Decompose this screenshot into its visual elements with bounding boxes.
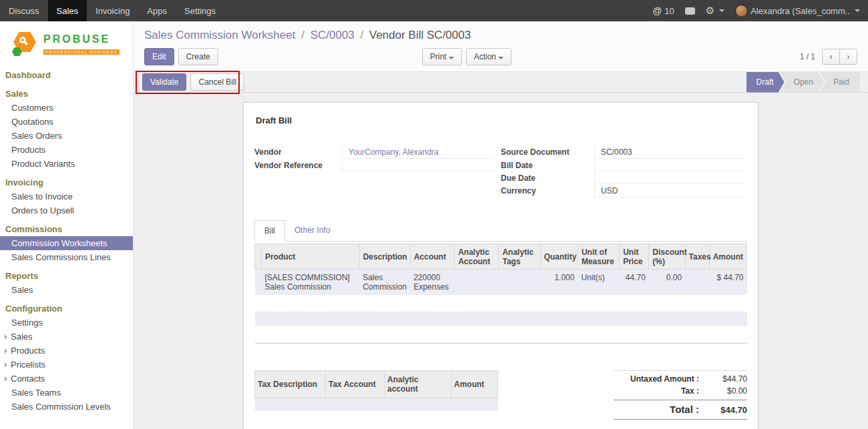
due-date-label: Due Date [501, 171, 594, 184]
cell-description: Sales Commission [359, 270, 410, 296]
pager-prev-button[interactable]: ‹ [822, 49, 840, 65]
statusbar: Validate Cancel Bill Draft Open Paid [134, 71, 868, 93]
sidebar-item-customers[interactable]: Customers [0, 101, 133, 115]
vendor-reference-value [342, 159, 494, 171]
expand-arrow-icon [5, 348, 7, 354]
cell-discount: 0.00 [649, 270, 685, 296]
cell-taxes [685, 270, 709, 296]
page-title: Draft Bill [256, 115, 747, 125]
col-amount: Amount [709, 244, 746, 270]
sidebar-item-config-settings[interactable]: Settings [0, 316, 133, 330]
logo-tagline: PROFESSIONAL BUSINESS [43, 49, 120, 55]
sidebar-item-config-pricelists[interactable]: Pricelists [0, 358, 133, 372]
chevron-down-icon [498, 57, 503, 59]
state-paid[interactable]: Paid [820, 72, 860, 93]
at-icon: @ [653, 5, 662, 16]
sidebar-item-config-contacts[interactable]: Contacts [0, 372, 133, 386]
empty-row [255, 312, 747, 326]
breadcrumb-current: Vendor Bill SC/0003 [369, 29, 471, 41]
breadcrumb-record-link[interactable]: SC/0003 [310, 29, 355, 41]
sidebar-item-dashboard[interactable]: Dashboard [0, 68, 133, 82]
sidebar-item-orders-to-upsell[interactable]: Orders to Upsell [0, 203, 133, 218]
validate-button[interactable]: Validate [142, 73, 186, 91]
pager-next-button[interactable]: › [839, 49, 857, 65]
cell-unit-price: 44.70 [620, 270, 649, 296]
sidebar-item-sales-commission-levels[interactable]: Sales Commission Levels [0, 400, 133, 414]
sidebar-item-reports-sales[interactable]: Sales [0, 283, 133, 297]
chevron-down-icon [855, 9, 860, 12]
col-uom: Unit of Measure [578, 244, 619, 270]
col-taxes: Taxes [685, 244, 709, 270]
col-discount: Discount (%) [649, 244, 685, 270]
tab-bill[interactable]: Bill [254, 220, 285, 242]
create-button[interactable]: Create [178, 48, 218, 65]
sidebar-item-sales-teams[interactable]: Sales Teams [0, 386, 133, 400]
bill-line-row[interactable]: [SALES COMMISSION] Sales Commission Sale… [255, 270, 747, 296]
sidebar-section-configuration[interactable]: Configuration [0, 302, 133, 316]
row-handle-column [255, 244, 262, 270]
breadcrumb-separator: / [301, 29, 304, 41]
vendor-label: Vendor [254, 145, 342, 159]
bill-date-value [594, 159, 747, 171]
vendor-value[interactable]: YourCompany, Alexandra [342, 145, 494, 159]
sidebar-item-config-sales[interactable]: Sales [0, 330, 133, 344]
col-unit-price: Unit Price [620, 244, 649, 270]
expand-arrow-icon [5, 334, 7, 340]
breadcrumb-separator: / [361, 29, 364, 41]
sidebar-item-product-variants[interactable]: Product Variants [0, 157, 133, 171]
sidebar-section-reports[interactable]: Reports [0, 269, 133, 283]
cell-account: 220000 Expenses [410, 270, 454, 296]
menu-invoicing[interactable]: Invoicing [87, 0, 138, 21]
vendor-reference-label: Vendor Reference [254, 159, 342, 171]
sidebar-item-sales-to-invoice[interactable]: Sales to Invoice [0, 189, 133, 203]
sidebar-item-products[interactable]: Products [0, 143, 133, 157]
untaxed-amount-value: $44.70 [707, 374, 747, 384]
cancel-bill-button[interactable]: Cancel Bill [190, 73, 244, 91]
cell-quantity: 1.000 [540, 270, 578, 296]
empty-row [255, 411, 498, 429]
probuse-logo: PROBUSE PROFESSIONAL BUSINESS [0, 21, 133, 64]
sidebar-section-commissions[interactable]: Commissions [0, 222, 133, 236]
cell-uom: Unit(s) [578, 270, 619, 296]
empty-row [255, 326, 747, 343]
breadcrumb-worksheets-link[interactable]: Sales Commission Worksheet [144, 29, 295, 41]
col-analytic-account: Analytic Account [455, 244, 499, 270]
sidebar-item-config-products[interactable]: Products [0, 344, 133, 358]
col-tax-description: Tax Description [255, 370, 326, 398]
menu-discuss[interactable]: Discuss [0, 0, 48, 21]
bill-date-label: Bill Date [501, 159, 594, 171]
cell-product: [SALES COMMISSION] Sales Commission [262, 270, 360, 296]
pager-count: 1 / 1 [800, 52, 815, 61]
sidebar-item-quotations[interactable]: Quotations [0, 115, 133, 129]
activity-count: 10 [664, 6, 674, 16]
menu-sales[interactable]: Sales [48, 0, 87, 21]
state-open[interactable]: Open [781, 72, 824, 93]
empty-row [255, 398, 498, 411]
sidebar-section-sales[interactable]: Sales [0, 87, 133, 101]
tax-header-row: Tax Description Tax Account Analytic acc… [255, 370, 498, 398]
col-tax-analytic-account: Analytic account [385, 370, 451, 398]
activity-indicator[interactable]: @ 10 [653, 5, 674, 16]
tax-and-totals: Tax Description Tax Account Analytic acc… [254, 370, 747, 429]
pager: 1 / 1 ‹ › [800, 49, 857, 65]
total-value: $44.70 [707, 405, 747, 415]
tax-lines-table: Tax Description Tax Account Analytic acc… [254, 370, 498, 429]
user-name: Alexandra (Sales_comm.. [750, 6, 850, 16]
sidebar-item-sales-commissions-lines[interactable]: Sales Commissions Lines [0, 250, 133, 264]
sidebar-item-commission-worksheets[interactable]: Commission Worksheets [0, 236, 133, 250]
messages-icon[interactable] [685, 7, 695, 15]
print-dropdown-button[interactable]: Print [422, 48, 462, 65]
tab-other-info[interactable]: Other Info [285, 220, 339, 242]
source-document-label: Source Document [501, 145, 594, 159]
action-dropdown-button[interactable]: Action [466, 48, 511, 65]
sidebar-section-invoicing[interactable]: Invoicing [0, 175, 133, 189]
user-menu[interactable]: Alexandra (Sales_comm.. [735, 5, 860, 17]
sidebar-item-sales-orders[interactable]: Sales Orders [0, 129, 133, 143]
due-date-value [594, 171, 747, 184]
menu-apps[interactable]: Apps [138, 0, 176, 21]
edit-button[interactable]: Edit [144, 48, 174, 65]
menu-settings[interactable]: Settings [176, 0, 224, 21]
debug-menu[interactable]: ⚙ [706, 5, 724, 17]
expand-arrow-icon [5, 376, 7, 382]
state-draft[interactable]: Draft [746, 72, 785, 93]
